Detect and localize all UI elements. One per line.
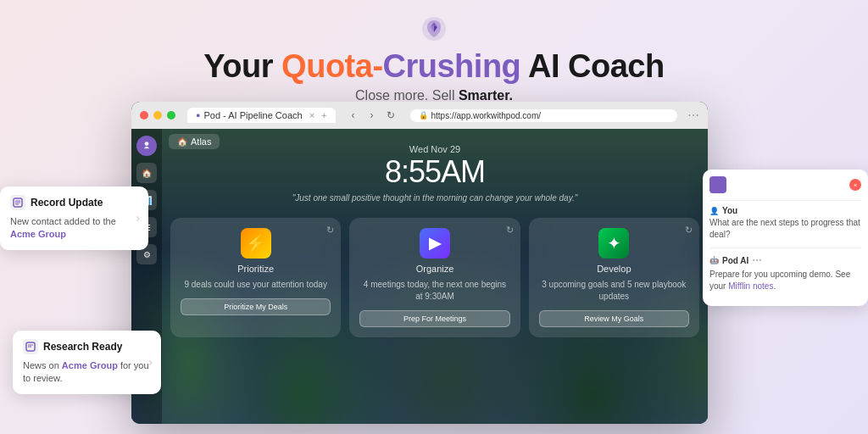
- browser-mockup: ● Pod - AI Pipeline Coach × + ‹ › ↻ 🔒 ht…: [131, 102, 708, 424]
- chat-panel: × 👤 You What are the next steps to progr…: [703, 170, 868, 306]
- research-ready-title: Research Ready: [43, 341, 122, 353]
- organize-card: ↻ ▶ Organize 4 meetings today, the next …: [349, 218, 520, 337]
- sidebar-home-icon[interactable]: 🏠: [136, 163, 157, 183]
- card-refresh-icon[interactable]: ↻: [326, 225, 334, 236]
- develop-title: Develop: [539, 264, 689, 274]
- chat-ai-message: 🤖 Pod AI ··· Prepare for you upcoming de…: [709, 253, 861, 292]
- organize-title: Organize: [359, 264, 509, 274]
- record-update-body: New contact added to the Acme Group: [10, 215, 138, 242]
- browser-forward-btn[interactable]: ›: [364, 108, 380, 123]
- chat-ai-sender: 🤖 Pod AI ···: [709, 253, 861, 267]
- develop-icon: ✦: [598, 228, 629, 259]
- app-background: 🏠 📊 ☰ ⚙ 🏠 Atlas Wed Nov 29 8:55AM "Just …: [131, 129, 708, 424]
- svg-point-2: [145, 142, 149, 146]
- record-update-icon: [10, 195, 25, 210]
- lock-icon: 🔒: [419, 111, 428, 120]
- chat-divider-1: [709, 200, 861, 201]
- prioritize-icon: ⚡: [241, 228, 271, 259]
- research-ready-icon: [23, 339, 38, 354]
- chat-dots: ···: [752, 253, 762, 267]
- develop-btn[interactable]: Review My Goals: [539, 310, 689, 327]
- organize-btn[interactable]: Prep For Meetings: [359, 310, 509, 327]
- sidebar-avatar[interactable]: [136, 136, 157, 156]
- browser-menu-icon[interactable]: ⋯: [687, 108, 699, 122]
- browser-back-btn[interactable]: ‹: [346, 108, 361, 123]
- record-update-header: Record Update: [10, 195, 138, 210]
- research-ready-header: Research Ready: [23, 339, 151, 354]
- browser-refresh-btn[interactable]: ↻: [383, 108, 398, 123]
- browser-maximize-dot[interactable]: [167, 111, 175, 120]
- browser-tab-label: Pod - AI Pipeline Coach: [203, 110, 302, 120]
- address-text: https://app.workwithpod.com/: [431, 111, 542, 120]
- browser-minimize-dot[interactable]: [153, 111, 162, 120]
- subheadline: Close more. Sell Smarter.: [0, 88, 868, 103]
- organize-icon: ▶: [420, 228, 450, 259]
- prioritize-card: ↻ ⚡ Prioritize 9 deals could use your at…: [170, 218, 341, 337]
- user-icon: 👤: [709, 207, 719, 215]
- chat-divider-2: [709, 248, 861, 248]
- browser-chrome: ● Pod - AI Pipeline Coach × + ‹ › ↻ 🔒 ht…: [131, 102, 708, 129]
- pod-icon: 🤖: [709, 256, 719, 264]
- page-header: Your Quota-Crushing AI Coach Close more.…: [0, 0, 868, 103]
- develop-card: ↻ ✦ Develop 3 upcoming goals and 5 new p…: [529, 218, 699, 337]
- research-ready-arrow[interactable]: ›: [148, 355, 153, 369]
- chat-you-sender: 👤 You: [709, 206, 861, 215]
- browser-close-dot[interactable]: [140, 111, 148, 120]
- organize-desc: 4 meetings today, the next one begins at…: [359, 279, 509, 303]
- record-update-title: Record Update: [31, 197, 103, 209]
- prioritize-title: Prioritize: [181, 264, 331, 274]
- chat-you-text: What are the next steps to progress that…: [709, 217, 861, 241]
- prioritize-btn[interactable]: Prioritize My Deals: [181, 298, 331, 315]
- browser-tab[interactable]: ● Pod - AI Pipeline Coach × +: [187, 108, 336, 123]
- develop-desc: 3 upcoming goals and 5 new playbook upda…: [539, 279, 689, 303]
- prioritize-desc: 9 deals could use your attention today: [181, 279, 331, 291]
- chat-ai-text: Prepare for you upcoming demo. See your …: [709, 269, 861, 292]
- record-update-arrow[interactable]: ›: [136, 211, 140, 225]
- chat-close-btn[interactable]: ×: [849, 179, 861, 191]
- card-refresh-icon-2[interactable]: ↻: [506, 225, 514, 236]
- app-date: Wed Nov 29: [162, 144, 708, 154]
- chat-header: ×: [709, 176, 861, 193]
- app-quote: "Just one small positive thought in the …: [162, 193, 708, 203]
- record-update-card: Record Update New contact added to the A…: [0, 186, 148, 250]
- research-ready-card: Research Ready News on Acme Group for yo…: [13, 331, 161, 394]
- chat-logo: [709, 176, 726, 193]
- headline: Your Quota-Crushing AI Coach: [0, 49, 868, 85]
- research-ready-body: News on Acme Group for you to review.: [23, 359, 151, 386]
- address-bar[interactable]: 🔒 https://app.workwithpod.com/: [410, 109, 678, 122]
- card-refresh-icon-3[interactable]: ↻: [685, 225, 693, 236]
- cards-row: ↻ ⚡ Prioritize 9 deals could use your at…: [131, 209, 708, 346]
- chat-you-message: 👤 You What are the next steps to progres…: [709, 206, 861, 241]
- logo-icon: [420, 15, 448, 42]
- browser-nav: ‹ › ↻: [346, 108, 398, 123]
